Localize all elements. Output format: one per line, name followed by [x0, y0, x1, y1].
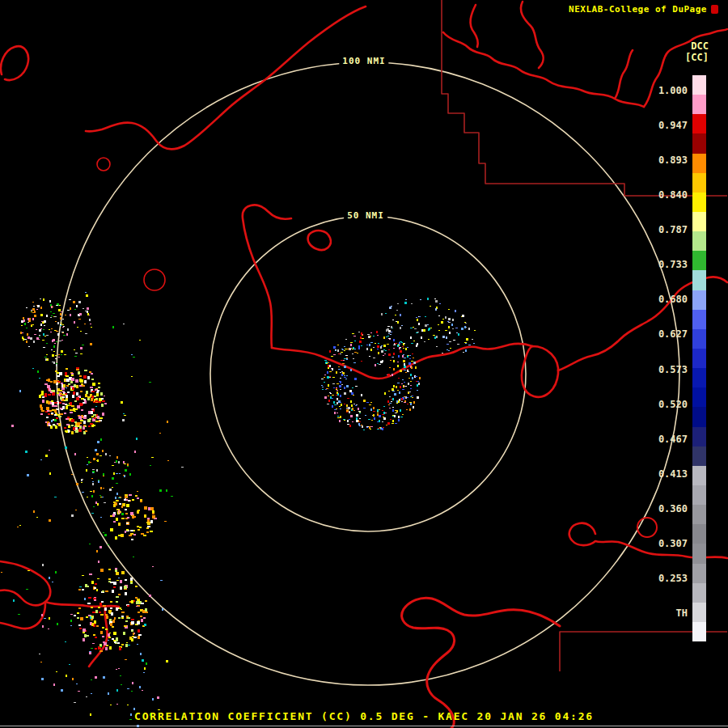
colorbar-title-line2: [CC]: [685, 52, 709, 63]
colorbar-segment: [692, 466, 706, 485]
colorbar-ticks: 1.0000.9470.8930.8400.7870.7330.6800.627…: [644, 85, 688, 619]
colorbar-tick-label: 0.947: [644, 120, 688, 131]
state-boundaries: [0, 2, 727, 728]
cod-logo-icon: [711, 5, 718, 14]
colorbar-tick-label: 0.840: [644, 189, 688, 201]
colorbar-segment: [692, 368, 706, 387]
radar-display: 100 NMI 50 NMI NEXLAB-College of DuPage …: [0, 0, 728, 728]
colorbar-tick-label: 0.360: [644, 503, 688, 514]
colorbar-segment: [692, 427, 706, 447]
colorbar-segment: [692, 154, 706, 173]
radar-map-svg: [0, 0, 728, 728]
ring-label-100nmi: 100 NMI: [339, 56, 388, 66]
colorbar-tick-label: TH: [644, 607, 688, 619]
colorbar-tick-label: 0.680: [644, 294, 688, 305]
brand: NEXLAB-College of DuPage: [569, 4, 718, 15]
colorbar-segment: [692, 75, 706, 95]
colorbar-segment: [692, 114, 706, 133]
colorbar-segment: [692, 173, 706, 193]
colorbar-title-line1: DCC: [685, 40, 709, 52]
colorbar-segment: [692, 622, 706, 641]
colorbar-tick-label: 0.467: [644, 434, 688, 445]
colorbar-segment: [692, 310, 706, 329]
colorbar-segment: [692, 193, 706, 212]
colorbar-tick-label: 0.893: [644, 154, 688, 166]
colorbar-segment: [692, 583, 706, 603]
bottom-divider: [0, 726, 728, 726]
colorbar-segment: [692, 212, 706, 231]
status-bar: CORRELATION COEFFICIENT (CC) 0.5 DEG - K…: [134, 710, 594, 722]
colorbar-tick-label: 0.627: [644, 328, 688, 340]
colorbar-tick-label: 0.520: [644, 399, 688, 410]
colorbar-segment: [692, 231, 706, 251]
radar-echoes: [1, 292, 476, 727]
colorbar-tick-label: 0.253: [644, 573, 688, 584]
range-ring-100nmi: [57, 62, 679, 685]
colorbar-segment: [692, 329, 706, 349]
colorbar-segment: [692, 603, 706, 622]
colorbar-segment: [692, 95, 706, 114]
colorbar-segment: [692, 387, 706, 407]
colorbar-segment: [692, 407, 706, 426]
colorbar-tick-label: 0.307: [644, 538, 688, 549]
colorbar-strip: [692, 75, 706, 641]
colorbar-segment: [692, 485, 706, 505]
colorbar-tick-label: 0.787: [644, 224, 688, 235]
colorbar-segment: [692, 349, 706, 368]
colorbar-segment: [692, 505, 706, 524]
brand-text: NEXLAB-College of DuPage: [569, 4, 707, 15]
range-rings: [57, 62, 679, 685]
colorbar-segment: [692, 564, 706, 583]
colorbar-tick-label: 0.573: [644, 364, 688, 375]
colorbar-segment: [692, 133, 706, 153]
colorbar-segment: [692, 524, 706, 544]
colorbar-segment: [692, 270, 706, 290]
colorbar-tick-label: 1.000: [644, 85, 688, 96]
colorbar-tick-label: 0.733: [644, 259, 688, 270]
colorbar-segment: [692, 544, 706, 563]
colorbar-title: DCC [CC]: [685, 40, 709, 63]
colorbar-segment: [692, 251, 706, 270]
ring-label-50nmi: 50 NMI: [344, 210, 387, 221]
colorbar-segment: [692, 290, 706, 310]
range-ring-50nmi: [210, 216, 526, 531]
colorbar-tick-label: 0.413: [644, 468, 688, 480]
colorbar-segment: [692, 447, 706, 466]
